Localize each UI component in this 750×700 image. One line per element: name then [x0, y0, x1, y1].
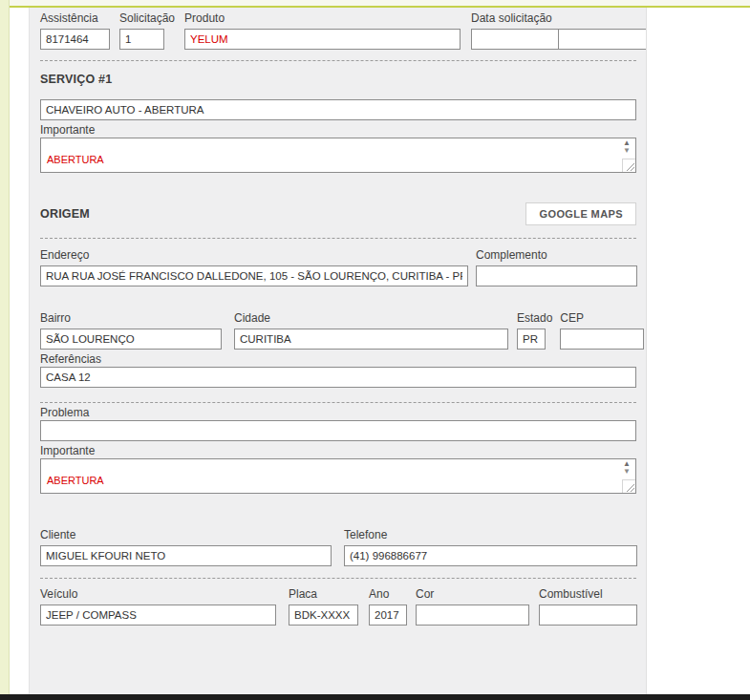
estado-input[interactable] — [517, 329, 546, 350]
telefone-label: Telefone — [344, 528, 637, 541]
assistencia-input[interactable] — [40, 29, 110, 50]
estado-field: Estado — [517, 311, 552, 350]
importante2-textarea[interactable]: ABERTURA ▲ ▼ — [40, 458, 636, 494]
cliente-field: Cliente — [40, 528, 332, 566]
complemento-label: Complemento — [476, 248, 637, 262]
importante1-label: Importante — [40, 123, 95, 137]
complemento-input[interactable] — [476, 265, 637, 286]
produto-input[interactable] — [184, 29, 461, 50]
complemento-field: Complemento — [476, 248, 637, 286]
bairro-row: Bairro Cidade Estado CEP — [40, 311, 636, 350]
data-solicitacao-time-input[interactable] — [558, 29, 647, 50]
form-panel: Assistência Solicitação Produto Data sol… — [29, 8, 647, 695]
referencias-input[interactable] — [40, 367, 636, 388]
placa-input[interactable] — [289, 605, 358, 626]
top-accent-bar — [10, 0, 750, 8]
servico-input[interactable] — [40, 99, 636, 120]
solicitacao-label: Solicitação — [119, 11, 175, 25]
importante1-textarea[interactable]: ABERTURA ▲ ▼ — [40, 138, 636, 173]
ano-label: Ano — [369, 587, 407, 601]
cliente-row: Cliente Telefone — [40, 528, 636, 566]
cep-field: CEP — [560, 311, 644, 350]
referencias-label: Referências — [40, 352, 101, 366]
cidade-field: Cidade — [234, 311, 508, 350]
problema-label: Problema — [40, 406, 89, 419]
cor-input[interactable] — [416, 605, 529, 626]
separator — [40, 60, 636, 61]
combustivel-field: Combustível — [539, 587, 637, 626]
telefone-field: Telefone — [344, 528, 637, 566]
veiculo-field: Veículo — [40, 587, 276, 626]
veiculo-input[interactable] — [40, 605, 276, 626]
resize-grip-icon[interactable] — [622, 479, 635, 493]
scroll-down-icon[interactable]: ▼ — [623, 468, 631, 476]
scroll-down-icon[interactable]: ▼ — [623, 147, 631, 155]
data-solicitacao-group — [471, 29, 647, 50]
endereco-input[interactable] — [40, 265, 468, 286]
resize-grip-icon[interactable] — [622, 159, 635, 172]
endereco-row: Endereço Complemento — [40, 248, 636, 286]
ano-input[interactable] — [369, 605, 407, 626]
origem-title: ORIGEM — [40, 207, 90, 221]
data-solicitacao-field: Data solicitação — [471, 11, 647, 50]
problema-input[interactable] — [40, 420, 636, 441]
cep-label: CEP — [560, 311, 644, 325]
separator — [40, 402, 636, 403]
bottom-dark-bar — [0, 694, 750, 700]
placa-field: Placa — [289, 587, 358, 626]
telefone-input[interactable] — [344, 545, 637, 566]
data-solicitacao-date-input[interactable] — [471, 29, 559, 50]
origem-header-row: ORIGEM GOOGLE MAPS — [40, 202, 636, 225]
importante2-text: ABERTURA — [47, 475, 104, 486]
cliente-input[interactable] — [40, 545, 332, 566]
bairro-input[interactable] — [40, 329, 222, 350]
produto-field: Produto — [184, 11, 461, 50]
cor-field: Cor — [416, 587, 529, 626]
endereco-field: Endereço — [40, 248, 468, 286]
separator — [40, 578, 636, 579]
header-fields-row: Assistência Solicitação Produto Data sol… — [40, 11, 636, 50]
combustivel-input[interactable] — [539, 605, 637, 626]
veiculo-row: Veículo Placa Ano Cor Combustível — [40, 587, 636, 626]
solicitacao-field: Solicitação — [119, 11, 175, 50]
left-accent-bar — [0, 0, 10, 695]
cidade-label: Cidade — [234, 311, 508, 325]
cidade-input[interactable] — [234, 329, 508, 350]
data-solicitacao-label: Data solicitação — [471, 11, 647, 25]
ano-field: Ano — [369, 587, 407, 626]
produto-label: Produto — [184, 11, 461, 25]
veiculo-label: Veículo — [40, 587, 276, 601]
estado-label: Estado — [517, 311, 552, 325]
importante2-label: Importante — [40, 444, 95, 457]
bairro-label: Bairro — [40, 311, 222, 325]
bairro-field: Bairro — [40, 311, 222, 350]
cor-label: Cor — [416, 587, 529, 601]
cliente-label: Cliente — [40, 528, 332, 541]
importante1-text: ABERTURA — [47, 154, 104, 165]
google-maps-button[interactable]: GOOGLE MAPS — [525, 202, 636, 225]
assistencia-label: Assistência — [40, 11, 110, 25]
placa-label: Placa — [289, 587, 358, 601]
assistencia-field: Assistência — [40, 11, 110, 50]
separator — [40, 238, 636, 239]
combustivel-label: Combustível — [539, 587, 637, 601]
endereco-label: Endereço — [40, 248, 468, 262]
solicitacao-input[interactable] — [119, 29, 164, 50]
cep-input[interactable] — [560, 329, 644, 350]
servico-title: SERVIÇO #1 — [40, 73, 636, 86]
